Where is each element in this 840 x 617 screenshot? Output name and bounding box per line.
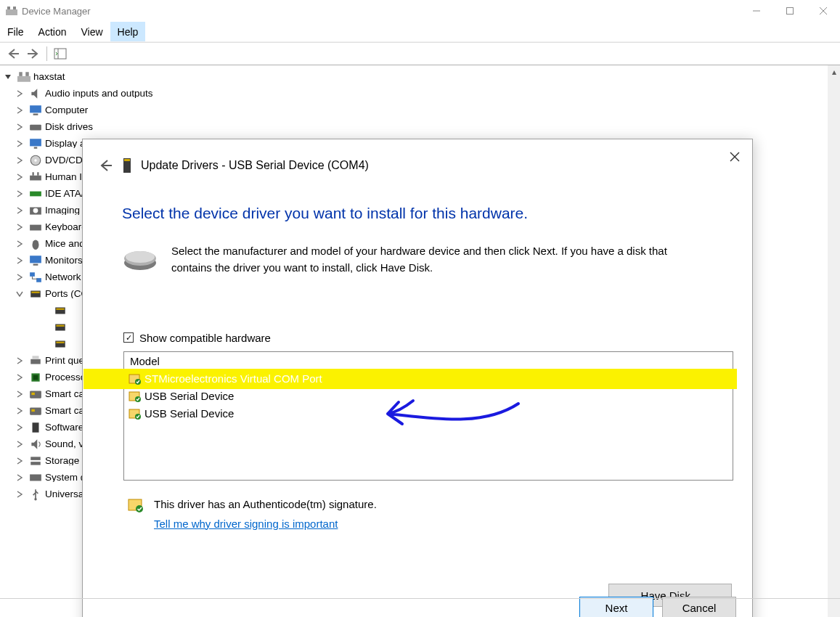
port-icon (29, 288, 42, 300)
hardware-icon (122, 242, 158, 271)
model-item[interactable]: USB Serial Device (124, 405, 733, 422)
signature-text: This driver has an Authenticode(tm) sign… (154, 498, 377, 510)
tree-item[interactable]: Disk drives (1, 118, 833, 135)
checkbox-icon: ✓ (123, 332, 134, 343)
svg-rect-4 (787, 8, 794, 15)
forward-button[interactable] (25, 45, 42, 62)
imaging-icon (29, 205, 42, 216)
chevron-right-icon[interactable] (16, 256, 25, 265)
svg-rect-42 (33, 375, 38, 380)
menu-help[interactable]: Help (110, 22, 146, 41)
chevron-right-icon[interactable] (16, 457, 25, 465)
menu-file[interactable]: File (0, 22, 31, 41)
dvd-icon (29, 155, 42, 166)
model-item-selected[interactable]: STMicroelectronics Virtual COM Port (124, 370, 733, 388)
model-label: STMicroelectronics Virtual COM Port (144, 372, 322, 385)
chevron-right-icon[interactable] (16, 123, 25, 131)
chevron-right-icon[interactable] (16, 206, 25, 215)
mouse-icon (29, 238, 42, 250)
chevron-right-icon[interactable] (16, 406, 25, 415)
menu-view[interactable]: View (73, 22, 110, 41)
chevron-right-icon[interactable] (16, 223, 25, 232)
chevron-right-icon[interactable] (16, 89, 25, 98)
signing-info-link[interactable]: Tell me why driver signing is important (154, 518, 377, 530)
chevron-right-icon[interactable] (16, 156, 25, 165)
sound-icon (29, 438, 42, 450)
chevron-right-icon[interactable] (16, 139, 25, 148)
tree-root[interactable]: haxstat (1, 68, 840, 85)
ide-icon (29, 188, 42, 200)
svg-rect-16 (34, 147, 38, 148)
chevron-right-icon[interactable] (16, 473, 25, 482)
tree-item-label: Monitors (45, 256, 83, 266)
dialog-close-button[interactable] (726, 148, 743, 166)
statusbar (0, 598, 840, 617)
chevron-right-icon[interactable] (16, 490, 25, 499)
port-icon (54, 322, 67, 333)
show-compatible-label: Show compatible hardware (139, 332, 271, 344)
chevron-right-icon[interactable] (16, 290, 25, 298)
back-button[interactable] (4, 45, 22, 62)
window-title: Device Manager (22, 6, 91, 17)
svg-rect-10 (19, 72, 23, 76)
close-button[interactable] (807, 0, 840, 22)
model-listbox[interactable]: Model STMicroelectronics Virtual COM Por… (123, 351, 733, 481)
driver-signed-icon (129, 391, 142, 402)
chevron-down-icon[interactable] (4, 73, 13, 81)
tree-item[interactable]: Computer (1, 102, 833, 118)
svg-rect-44 (31, 392, 35, 394)
toolbar-separator (46, 46, 47, 61)
dialog-instruction: Select the manufacturer and model of you… (171, 242, 700, 277)
keyboard-icon (29, 221, 42, 233)
svg-rect-13 (33, 113, 38, 115)
chevron-right-icon[interactable] (16, 423, 25, 432)
svg-rect-27 (30, 256, 41, 263)
svg-rect-14 (30, 124, 41, 130)
svg-rect-55 (124, 159, 130, 161)
chevron-right-icon[interactable] (16, 440, 25, 449)
menu-action[interactable]: Action (31, 22, 74, 41)
maximize-button[interactable] (773, 0, 807, 22)
chevron-right-icon[interactable] (16, 373, 25, 382)
svg-rect-19 (30, 175, 41, 180)
software-icon (29, 422, 42, 433)
system-icon (29, 472, 42, 483)
show-hide-button[interactable] (52, 45, 69, 62)
show-compatible-checkbox[interactable]: ✓ Show compatible hardware (83, 277, 752, 347)
dialog-title: Update Drivers - USB Serial Device (COM4… (141, 159, 369, 172)
computer-icon (17, 71, 30, 83)
app-icon (6, 5, 17, 17)
chevron-right-icon[interactable] (16, 356, 25, 365)
content-area: haxstat Audio inputs and outputsComputer… (0, 65, 840, 617)
svg-rect-38 (56, 341, 64, 343)
tree-item[interactable]: Audio inputs and outputs (1, 85, 833, 102)
smartcard-icon (29, 405, 42, 417)
svg-rect-25 (30, 224, 41, 230)
tree-scrollbar[interactable]: ▴ (828, 65, 840, 617)
chevron-right-icon[interactable] (16, 189, 25, 198)
chevron-right-icon[interactable] (16, 273, 25, 282)
titlebar: Device Manager (0, 0, 840, 22)
chevron-right-icon[interactable] (16, 106, 25, 115)
minimize-button[interactable] (740, 0, 773, 22)
model-item[interactable]: USB Serial Device (124, 388, 733, 405)
svg-rect-36 (56, 324, 64, 326)
scroll-up-icon[interactable]: ▴ (828, 65, 840, 78)
chevron-right-icon[interactable] (16, 173, 25, 181)
dialog-back-button[interactable] (97, 158, 113, 173)
port-icon (54, 305, 67, 316)
menubar: File Action View Help (0, 22, 840, 42)
port-icon (54, 338, 67, 350)
device-manager-window: Device Manager File Action View Help hax… (0, 0, 840, 617)
svg-point-51 (34, 498, 36, 500)
chevron-right-icon[interactable] (16, 240, 25, 248)
svg-rect-2 (13, 7, 16, 9)
svg-rect-1 (7, 7, 10, 9)
tree-item-label: Computer (45, 105, 88, 115)
svg-rect-46 (31, 409, 35, 411)
svg-rect-32 (31, 291, 39, 293)
svg-rect-12 (30, 105, 41, 113)
svg-rect-40 (33, 356, 39, 359)
svg-point-66 (136, 505, 143, 512)
chevron-right-icon[interactable] (16, 390, 25, 399)
